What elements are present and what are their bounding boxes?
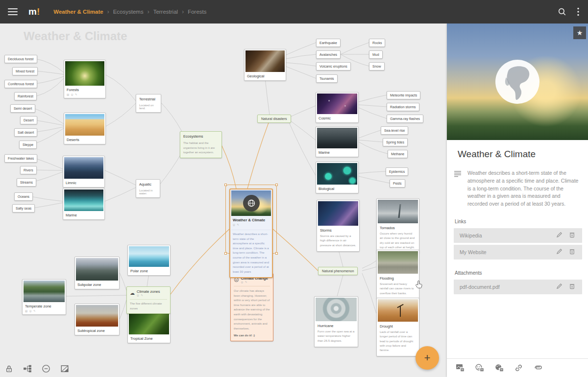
node-polar-zone[interactable]: Polar zone [127, 245, 171, 276]
node-forests[interactable]: Forests ▤ ◎ ✎ [64, 60, 106, 98]
map-structure-icon[interactable] [23, 364, 32, 373]
menu-icon[interactable] [8, 8, 18, 15]
node-rocks[interactable]: Rocks [369, 39, 385, 47]
node-terrestrial[interactable]: Terrestrial Located on land. [136, 94, 161, 113]
breadcrumb-forests[interactable]: Forests [188, 9, 206, 15]
link-row-wikipedia[interactable]: Wikipedia [454, 228, 582, 243]
node-rainforest[interactable]: Rainforest [14, 92, 37, 100]
link-row-my-website[interactable]: My Website [454, 245, 582, 259]
attachment-row-pdf[interactable]: pdf-document.pdf [454, 280, 582, 294]
lock-icon[interactable] [5, 365, 13, 373]
delete-link-icon[interactable] [565, 248, 578, 257]
node-volcanic-eruptions[interactable]: Volcanic eruptions [316, 62, 351, 71]
node-limnic[interactable]: Limnic [63, 156, 105, 188]
add-topic-button[interactable]: + [416, 346, 439, 370]
selection-handle[interactable] [224, 184, 227, 186]
node-meta-icons: ▤ ◎ ✎ [65, 93, 104, 97]
add-image-icon[interactable] [456, 364, 465, 372]
node-climate-change[interactable]: ☹ Climate change ◎ ✎ Our climate has alw… [230, 273, 273, 341]
node-gamma-ray-flashes[interactable]: Gamma-ray flashes [387, 115, 423, 123]
node-tornados[interactable]: Tornados Occurs when very humid air clos… [376, 198, 419, 254]
delete-attachment-icon[interactable] [565, 283, 578, 291]
node-radiation-storms[interactable]: Radiation storms [387, 103, 419, 111]
edit-attachment-icon[interactable] [553, 283, 565, 291]
node-spring-tides[interactable]: Spring tides [383, 138, 408, 146]
edit-link-icon[interactable] [553, 248, 565, 257]
node-marine-disaster[interactable]: Marine [316, 126, 359, 157]
node-climate-zones[interactable]: ☁ Climate zones ◎ ✎ The five different c… [126, 286, 171, 314]
node-sea-level-rise[interactable]: Sea-level rise [381, 126, 408, 135]
selection-handle[interactable] [275, 184, 278, 186]
zoom-out-icon[interactable] [42, 364, 50, 373]
link-label[interactable]: Wikipedia [460, 233, 553, 238]
node-cosmic[interactable]: Cosmic [316, 92, 359, 123]
flooding-image [378, 251, 418, 274]
mindmap-canvas[interactable]: Weather & Climate [0, 24, 447, 377]
node-drought[interactable]: Drought Lack of rainfall over a longer p… [376, 298, 419, 356]
link-label[interactable]: My Website [460, 249, 553, 255]
node-hurricane[interactable]: Hurricane Form over the open sea at a wa… [314, 296, 358, 347]
node-ecosystems[interactable]: Ecosystems The habitat and the organisms… [180, 131, 222, 158]
node-pests[interactable]: Pests [390, 179, 405, 188]
attachment-label[interactable]: pdf-document.pdf [460, 284, 553, 290]
node-freshwater-lakes[interactable]: Freshwater lakes [4, 154, 37, 163]
node-salty-seas[interactable]: Salty seas [12, 204, 35, 212]
node-deciduous-forest[interactable]: Deciduous forest [4, 55, 37, 63]
node-aquatic[interactable]: Aquatic Located in water. [136, 179, 160, 198]
node-desert[interactable]: Desert [20, 116, 37, 124]
node-deserts[interactable]: Deserts [64, 113, 106, 144]
breadcrumb-separator: › [107, 8, 109, 15]
deserts-image [65, 114, 104, 136]
add-style-icon[interactable] [495, 364, 504, 372]
add-attachment-icon[interactable] [533, 364, 543, 372]
node-natural-disasters[interactable]: Natural disasters [257, 115, 291, 123]
node-text: Occurs when very humid air close to the … [378, 232, 418, 252]
breadcrumb-map[interactable]: Weather & Climate [53, 9, 103, 15]
node-epidemics[interactable]: Epidemics [386, 167, 408, 176]
node-oceans[interactable]: Oceans [14, 192, 33, 201]
node-earthquake[interactable]: Earthquake [316, 39, 341, 47]
selection-handle[interactable] [275, 252, 278, 255]
node-rivers[interactable]: Rivers [20, 166, 37, 174]
node-salt-desert[interactable]: Salt desert [14, 128, 37, 137]
add-link-icon[interactable] [514, 364, 523, 372]
node-geological[interactable]: Geological [244, 49, 286, 81]
node-steppe[interactable]: Steppe [19, 141, 37, 149]
node-subtropical-zone[interactable]: Subtropical zone [74, 304, 120, 335]
node-weather-climate-central[interactable]: Weather & Climate ◎ ✎ Weather describes … [229, 188, 273, 278]
search-icon[interactable] [558, 7, 566, 16]
node-meteorite-impacts[interactable]: Meteorite impacts [387, 91, 420, 99]
node-text: Snowmelt and heavy rainfall can cause ri… [378, 282, 418, 298]
node-avalanches[interactable]: Avalanches [316, 50, 341, 59]
node-text: Weather describes a short-term state of … [231, 230, 271, 276]
node-methane[interactable]: Methane [388, 150, 408, 158]
favorite-star-icon[interactable]: ★ [573, 26, 586, 39]
delete-link-icon[interactable] [565, 231, 578, 240]
add-emoji-icon[interactable] [475, 364, 485, 372]
node-biological[interactable]: Biological [316, 162, 359, 193]
node-tsunamis[interactable]: Tsunamis [316, 74, 338, 83]
node-snow[interactable]: Snow [369, 62, 385, 71]
globe-badge-icon[interactable] [243, 195, 260, 212]
presenter-mode-icon[interactable] [60, 364, 69, 373]
node-natural-phenomenon[interactable]: Natural phenomenon [318, 267, 358, 275]
node-coniferous-forest[interactable]: Coniferous forest [4, 80, 37, 88]
node-streams[interactable]: Streams [17, 178, 36, 187]
breadcrumb-terrestrial[interactable]: Terrestrial [153, 9, 178, 15]
edit-link-icon[interactable] [553, 231, 565, 240]
node-title: Drought [378, 322, 418, 330]
breadcrumb-ecosystems[interactable]: Ecosystems [113, 9, 144, 15]
node-tropical-zone[interactable]: Tropical Zone [127, 312, 171, 343]
node-temperate-zone[interactable]: Temperate zone ▤ ◎ ✎ [22, 279, 66, 315]
node-mud[interactable]: Mud [369, 50, 383, 59]
more-options-icon[interactable] [577, 7, 579, 16]
topic-description: Weather describes a short-term state of … [467, 169, 582, 208]
app-logo[interactable]: m! [28, 6, 40, 17]
selection-handle[interactable] [224, 252, 227, 255]
node-mixed-forest[interactable]: Mixed forest [12, 67, 38, 75]
node-flooding[interactable]: Flooding Snowmelt and heavy rainfall can… [376, 250, 419, 300]
node-semi-desert[interactable]: Semi desert [10, 104, 35, 113]
node-storms[interactable]: Storms Storms are caused by a high diffe… [317, 200, 360, 252]
node-marine-aquatic[interactable]: Marine [63, 188, 105, 220]
node-subpolar-zone[interactable]: Subpolar zone [74, 257, 120, 289]
